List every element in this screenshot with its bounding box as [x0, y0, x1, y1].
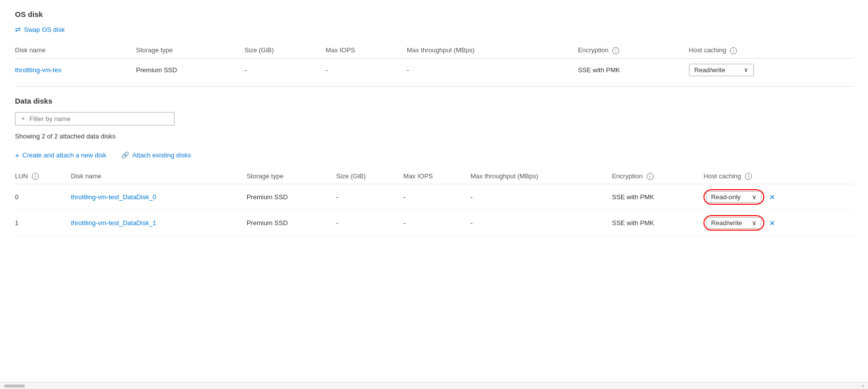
divider [15, 86, 853, 87]
os-disk-encryption: SSE with PMK [578, 58, 689, 81]
os-disk-table: Disk name Storage type Size (GiB) Max IO… [15, 42, 853, 81]
col-dd-encryption: Encryption i [612, 168, 703, 184]
dd-storage-type-0: Premium SSD [247, 184, 337, 210]
col-max-iops: Max IOPS [326, 42, 407, 58]
data-disks-title: Data disks [15, 97, 853, 105]
col-encryption: Encryption i [578, 42, 689, 58]
dd-disk-name-link-0[interactable]: throttling-vm-test_DataDisk_0 [71, 193, 156, 201]
host-caching-info-icon[interactable]: i [730, 47, 737, 54]
col-dd-max-iops: Max IOPS [403, 168, 471, 184]
col-dd-disk-name: Disk name [71, 168, 247, 184]
dd-host-caching-dropdown-1[interactable]: Read/write ∨ [706, 217, 761, 229]
attach-existing-button[interactable]: 🔗 Attach existing disks [121, 151, 191, 159]
encryption-info-icon[interactable]: i [612, 47, 619, 54]
dd-encryption-info-icon[interactable]: i [647, 173, 654, 180]
swap-os-disk-button[interactable]: ⇄ Swap OS disk [15, 25, 65, 33]
dd-disk-name-link-1[interactable]: throttling-vm-test_DataDisk_1 [71, 219, 156, 227]
dd-host-caching-value-0: Read-only [711, 193, 740, 201]
dd-disk-name-0: throttling-vm-test_DataDisk_0 [71, 184, 247, 210]
col-dd-storage-type: Storage type [247, 168, 337, 184]
dd-host-caching-value-1: Read/write [711, 219, 742, 227]
os-disk-name-link[interactable]: throttling-vm-tes [15, 66, 61, 74]
os-disk-section: OS disk ⇄ Swap OS disk Disk name Storage… [15, 10, 853, 81]
dd-max-iops-1: - [403, 210, 471, 236]
col-dd-host-caching: Host caching i [703, 168, 853, 184]
os-disk-host-caching-value: Read/write [694, 66, 725, 74]
os-disk-chevron-icon: ∨ [744, 66, 748, 73]
link-icon: 🔗 [121, 151, 129, 159]
col-max-throughput: Max throughput (MBps) [407, 42, 578, 58]
dd-encryption-0: SSE with PMK [612, 184, 703, 210]
dd-host-caching-cell-1: Read/write ∨ ✕ [703, 210, 853, 236]
os-disk-name-cell: throttling-vm-tes [15, 58, 136, 81]
data-disks-header-row: LUN i Disk name Storage type Size (GiB) … [15, 168, 853, 184]
swap-os-disk-label: Swap OS disk [24, 26, 65, 33]
dd-chevron-icon-1: ∨ [752, 219, 757, 227]
dd-storage-type-1: Premium SSD [247, 210, 337, 236]
dd-lun-1: 1 [15, 210, 71, 236]
dd-host-caching-dropdown-0[interactable]: Read-only ∨ [706, 191, 761, 203]
os-disk-max-iops: - [326, 58, 407, 81]
os-disk-row: throttling-vm-tes Premium SSD - - - SSE … [15, 58, 853, 81]
col-storage-type: Storage type [136, 42, 244, 58]
dd-size-1: - [336, 210, 403, 236]
dd-max-iops-0: - [403, 184, 471, 210]
os-disk-header-row: Disk name Storage type Size (GiB) Max IO… [15, 42, 853, 58]
filter-wrapper: ⚬ [15, 112, 174, 126]
showing-text: Showing 2 of 2 attached data disks [15, 132, 853, 140]
os-disk-host-caching-cell: Read/write ∨ [689, 58, 853, 81]
create-attach-label: Create and attach a new disk [22, 151, 106, 159]
data-disk-row: 0 throttling-vm-test_DataDisk_0 Premium … [15, 184, 853, 210]
col-dd-size: Size (GiB) [336, 168, 403, 184]
os-disk-size: - [244, 58, 326, 81]
col-lun: LUN i [15, 168, 71, 184]
filter-input[interactable] [29, 115, 169, 123]
dd-lun-0: 0 [15, 184, 71, 210]
main-container: OS disk ⇄ Swap OS disk Disk name Storage… [0, 0, 868, 251]
plus-icon: + [15, 151, 19, 159]
data-disks-section: Data disks ⚬ Showing 2 of 2 attached dat… [15, 97, 853, 237]
lun-info-icon[interactable]: i [32, 173, 39, 180]
col-dd-max-throughput: Max throughput (MBps) [471, 168, 612, 184]
dd-chevron-icon-0: ∨ [752, 193, 757, 201]
dd-size-0: - [336, 184, 403, 210]
create-attach-button[interactable]: + Create and attach a new disk [15, 151, 106, 159]
attach-existing-label: Attach existing disks [132, 151, 191, 159]
os-disk-max-throughput: - [407, 58, 578, 81]
dd-host-caching-cell-0: Read-only ∨ ✕ [703, 184, 853, 210]
dd-delete-icon-0[interactable]: ✕ [769, 193, 775, 201]
dd-delete-icon-1[interactable]: ✕ [769, 219, 775, 227]
dd-disk-name-1: throttling-vm-test_DataDisk_1 [71, 210, 247, 236]
swap-icon: ⇄ [15, 25, 21, 33]
os-disk-storage-type: Premium SSD [136, 58, 244, 81]
search-icon: ⚬ [20, 115, 26, 123]
col-size: Size (GiB) [244, 42, 326, 58]
data-disk-row: 1 throttling-vm-test_DataDisk_1 Premium … [15, 210, 853, 236]
dd-encryption-1: SSE with PMK [612, 210, 703, 236]
data-disks-table: LUN i Disk name Storage type Size (GiB) … [15, 168, 853, 237]
dd-max-throughput-1: - [471, 210, 612, 236]
col-disk-name: Disk name [15, 42, 136, 58]
os-disk-host-caching-dropdown[interactable]: Read/write ∨ [689, 64, 754, 76]
os-disk-title: OS disk [15, 10, 853, 18]
dd-host-caching-info-icon[interactable]: i [745, 173, 752, 180]
action-bar: + Create and attach a new disk 🔗 Attach … [15, 151, 853, 159]
dd-max-throughput-0: - [471, 184, 612, 210]
col-host-caching: Host caching i [689, 42, 853, 58]
